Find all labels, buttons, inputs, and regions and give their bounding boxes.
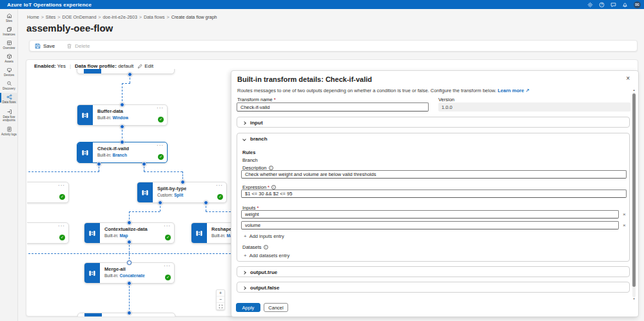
port-dot[interactable] [120, 102, 124, 107]
section-branch-header[interactable]: branch [237, 133, 629, 144]
external-link-icon: ↗ [525, 88, 529, 93]
port-dot[interactable] [127, 240, 132, 244]
flow-node-reshape-data[interactable]: Reshape-data Built-in: Map [191, 222, 231, 244]
node-type-link[interactable]: Window [113, 115, 129, 120]
profile-value: default [118, 63, 133, 69]
node-type-link[interactable]: Map [120, 233, 128, 238]
remove-input-icon[interactable]: × [623, 222, 626, 228]
data-flow-endpoints-icon [6, 109, 12, 115]
cancel-button[interactable]: Cancel [264, 303, 288, 312]
sidebar-item-devices[interactable]: Devices [0, 67, 18, 77]
panel-scrollbar[interactable]: ▲ ▼ [632, 88, 636, 301]
connector [129, 283, 130, 313]
chevron-right-icon [242, 286, 246, 290]
remove-input-icon[interactable]: × [623, 211, 626, 217]
zoom-out-button[interactable]: − [217, 297, 224, 303]
close-icon[interactable]: × [626, 75, 630, 82]
connector [129, 211, 160, 212]
inputs-entry-volume[interactable] [241, 221, 619, 229]
section-output-true[interactable]: output.true [237, 266, 630, 277]
section-input[interactable]: input [237, 117, 630, 128]
port-dot[interactable] [204, 200, 208, 205]
flow-node-split-by-type[interactable]: Split-by-type Custom: Split ··· ✓ [137, 182, 227, 203]
sidebar-item-instances[interactable]: Instances [0, 26, 18, 36]
add-inputs-entry-button[interactable]: +Add inputs entry [244, 233, 284, 239]
sidebar-item-discovery[interactable]: Discovery [0, 81, 18, 90]
version-label: Version [438, 97, 454, 102]
connector [122, 83, 130, 84]
sidebar-item-assets[interactable]: Assets [0, 54, 18, 63]
node-type-link[interactable]: Branch [113, 153, 127, 157]
add-datasets-entry-button[interactable]: +Add datasets entry [244, 253, 289, 258]
inputs-entry-weight[interactable] [241, 210, 619, 219]
port-dot[interactable] [97, 162, 101, 166]
success-check-icon: ✓ [165, 235, 171, 240]
port-dot[interactable] [158, 200, 162, 205]
port-dot[interactable] [127, 311, 132, 315]
description-input[interactable] [241, 170, 627, 179]
node-menu-button[interactable]: ··· [58, 182, 65, 188]
port-dot[interactable] [181, 180, 185, 184]
node-menu-button[interactable]: ··· [164, 223, 171, 229]
expression-input[interactable] [241, 190, 627, 198]
flow-node-buffer-data[interactable]: Buffer-data Built-in: Window ··· ✓ [77, 104, 168, 126]
delete-icon [66, 43, 72, 49]
scrollbar-track[interactable] [632, 92, 636, 297]
info-icon[interactable]: i [269, 166, 273, 170]
sidebar-item-data-flows[interactable]: Data flows [0, 93, 18, 104]
info-icon[interactable]: i [264, 245, 268, 249]
port-dot[interactable] [120, 124, 124, 129]
flow-canvas[interactable]: ··· ✓ ··· ✓ Buffer-data Built-in: Window [27, 61, 231, 316]
sidebar-item-sites[interactable]: Sites [0, 13, 18, 23]
notifications-bell-icon[interactable] [622, 2, 628, 8]
user-avatar[interactable]: DG [634, 1, 641, 8]
breadcrumb-data-flows[interactable]: Data flows [144, 15, 165, 19]
node-menu-button[interactable]: ··· [164, 263, 171, 269]
breadcrumb-sites[interactable]: Sites [46, 15, 56, 19]
port-dot[interactable] [142, 162, 146, 166]
flow-node-check-if-valid[interactable]: Check-if-valid Built-in: Branch ··· ✓ [77, 142, 168, 163]
zoom-in-button[interactable]: + [217, 290, 224, 297]
edit-pencil-icon [137, 64, 142, 69]
port-dot[interactable] [127, 220, 132, 225]
flow-node-partial-bottom[interactable] [77, 313, 175, 316]
node-type-link[interactable]: Concatenate [120, 273, 145, 278]
transform-name-input[interactable] [237, 102, 429, 112]
panel-description: Routes messages to one of two outputs de… [237, 88, 529, 93]
node-menu-button[interactable]: ··· [157, 105, 164, 111]
fit-view-icon [219, 304, 223, 309]
sidebar-item-activity-logs[interactable]: Activity logs [0, 126, 18, 136]
sidebar-item-overview[interactable]: Overview [0, 40, 18, 50]
edit-profile-button[interactable]: Edit [137, 63, 153, 69]
settings-gear-icon[interactable] [587, 2, 593, 8]
port-dot[interactable] [128, 72, 132, 77]
port-dot[interactable] [120, 140, 124, 144]
apply-button[interactable]: Apply [236, 303, 260, 312]
port-dot[interactable] [127, 281, 132, 286]
flow-status-bar: Enabled: Yes | Data flow profile: defaul… [34, 63, 153, 69]
flow-node-partial-left-2[interactable]: ··· ✓ [27, 222, 69, 244]
info-icon[interactable]: i [271, 185, 276, 190]
breadcrumb-site[interactable]: DOE OnDemand [62, 15, 96, 19]
chevron-right-icon [242, 121, 246, 125]
flow-node-partial-left-1[interactable]: ··· ✓ [27, 182, 69, 203]
delete-button[interactable]: Delete [66, 43, 90, 49]
save-button[interactable]: Save [35, 43, 55, 49]
sidebar-item-data-flow-endpoints[interactable]: Data flow endpoints [0, 109, 18, 122]
learn-more-link[interactable]: Learn more [498, 88, 524, 93]
node-menu-button[interactable]: ··· [58, 223, 65, 229]
help-icon[interactable]: ? [599, 2, 605, 8]
section-output-false[interactable]: output.false [237, 282, 630, 293]
port-dot-open[interactable] [127, 260, 132, 265]
connector [129, 242, 130, 262]
feedback-icon[interactable] [610, 2, 616, 8]
fit-view-button[interactable] [217, 303, 224, 309]
flow-editor-card: Enabled: Yes | Data flow profile: defaul… [26, 59, 638, 316]
node-menu-button[interactable]: ··· [157, 142, 164, 148]
breadcrumb-home[interactable]: Home [27, 15, 39, 19]
scroll-down-icon[interactable]: ▼ [633, 297, 636, 301]
node-type-link[interactable]: Split [174, 193, 183, 197]
scrollbar-thumb[interactable] [632, 93, 636, 287]
node-menu-button[interactable]: ··· [216, 182, 223, 188]
breadcrumb-instance[interactable]: doe-int-e2e-2603 [102, 15, 137, 19]
